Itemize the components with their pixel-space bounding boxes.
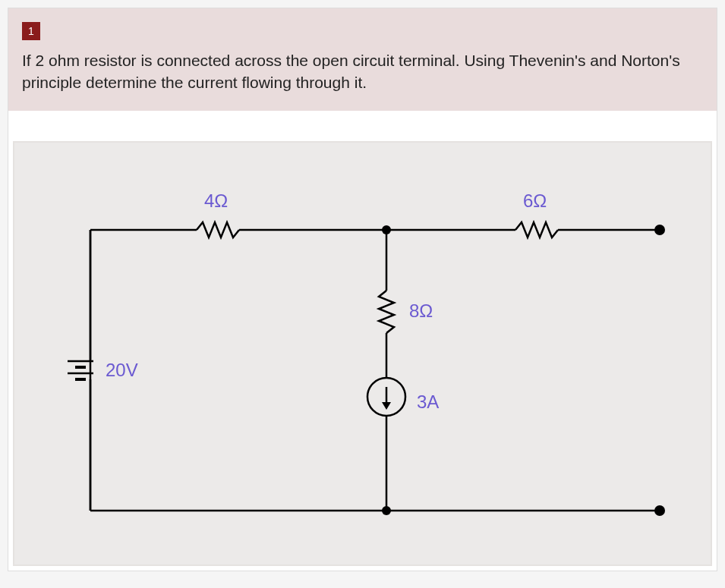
circuit-svg: 4Ω 6Ω 8Ω 3A 20V [30,165,698,545]
main-container: 1 If 2 ohm resistor is connected across … [8,8,717,571]
circuit-diagram-area: 4Ω 6Ω 8Ω 3A 20V [13,141,712,566]
voltage-source-label: 20V [106,360,138,380]
svg-point-16 [654,505,665,516]
resistor-8ohm-label: 8Ω [409,300,433,321]
svg-point-6 [654,225,665,235]
question-text: If 2 ohm resistor is connected across th… [22,49,703,94]
resistor-4ohm-label: 4Ω [204,190,228,211]
question-number-badge: 1 [22,22,40,40]
resistor-6ohm-label: 6Ω [523,190,547,211]
current-source-label: 3A [417,391,439,412]
question-header: 1 If 2 ohm resistor is connected across … [8,8,717,111]
svg-marker-11 [382,402,391,410]
